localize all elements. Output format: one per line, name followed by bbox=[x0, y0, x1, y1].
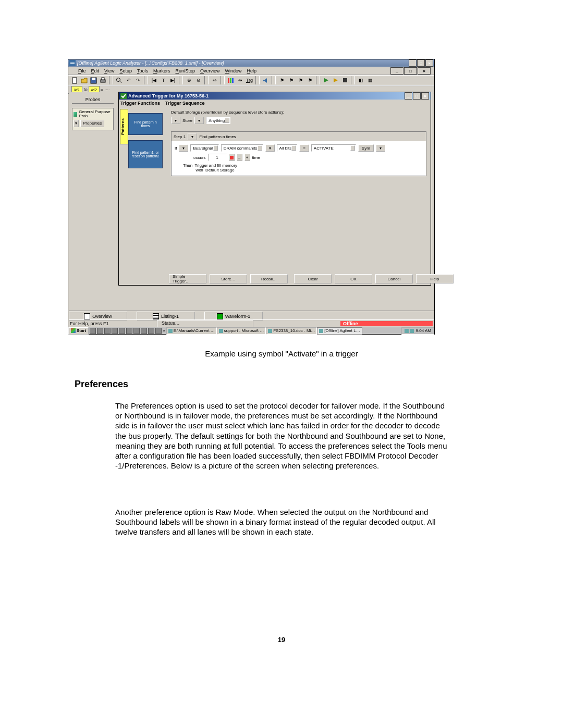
quick-launch-icon[interactable] bbox=[141, 328, 147, 334]
occurs-stop-button[interactable] bbox=[229, 154, 235, 161]
help-button[interactable]: Help bbox=[416, 274, 454, 283]
find-next-icon[interactable]: ↷ bbox=[133, 76, 142, 84]
default-storage-menu[interactable]: ▾ bbox=[171, 117, 180, 124]
task-button[interactable]: [Offline] Agilent L… bbox=[317, 327, 362, 335]
zoom-out-icon[interactable]: ⊖ bbox=[194, 76, 203, 84]
ok-button[interactable]: OK bbox=[335, 274, 372, 283]
zoom-in-icon[interactable]: ⊕ bbox=[185, 76, 193, 84]
dialog-minimize-button[interactable]: _ bbox=[405, 92, 412, 100]
find-prev-icon[interactable]: ↶ bbox=[124, 76, 133, 84]
find-icon[interactable] bbox=[115, 76, 124, 84]
recall-button[interactable]: Recall… bbox=[250, 274, 288, 283]
svg-rect-1 bbox=[70, 63, 75, 64]
run-icon[interactable] bbox=[322, 76, 331, 84]
start-button[interactable]: Start bbox=[68, 327, 89, 335]
first-icon[interactable]: |◀ bbox=[150, 76, 158, 84]
menu-setup[interactable]: Setup bbox=[117, 68, 134, 73]
status-button[interactable]: Status… bbox=[157, 320, 253, 327]
menu-view[interactable]: View bbox=[102, 68, 117, 73]
center-icon[interactable]: ⇹ bbox=[236, 76, 244, 84]
section-heading: Preferences bbox=[75, 379, 128, 390]
quick-launch-icon[interactable] bbox=[119, 328, 125, 334]
store-menu[interactable]: ▾ bbox=[194, 117, 204, 124]
menu-markers[interactable]: Markers bbox=[151, 68, 173, 73]
mdi-minimize-button[interactable]: _ bbox=[390, 67, 403, 75]
overlay-icon[interactable]: ◧ bbox=[357, 76, 365, 84]
new-icon[interactable] bbox=[70, 76, 79, 84]
func-find-reset[interactable]: Find pattern1, or reset on pattern2 bbox=[128, 140, 163, 168]
speaker-icon[interactable] bbox=[261, 76, 270, 84]
occurs-count[interactable]: 1 bbox=[208, 154, 227, 161]
menu-edit[interactable]: Edit bbox=[89, 68, 102, 73]
trigger-pos-icon[interactable]: Trg bbox=[245, 76, 254, 84]
module-box[interactable]: General Purpose Prob ▾ Properties bbox=[72, 108, 114, 130]
quick-launch-icon[interactable] bbox=[155, 328, 162, 334]
menu-runstop[interactable]: Run/Stop bbox=[173, 68, 198, 73]
cancel-button[interactable]: Cancel bbox=[375, 274, 413, 283]
last-icon[interactable]: ▶| bbox=[168, 76, 177, 84]
flag4-icon[interactable]: ⚑ bbox=[305, 76, 314, 84]
svg-rect-10 bbox=[230, 78, 231, 83]
occurs-up-button[interactable]: + bbox=[244, 154, 250, 161]
quick-launch-icon[interactable] bbox=[112, 328, 118, 334]
bus-signal-combo[interactable]: Bus/Signal bbox=[190, 144, 218, 152]
close-button[interactable]: × bbox=[425, 59, 433, 67]
clear-button[interactable]: Clear bbox=[294, 274, 332, 283]
all-bits-combo[interactable]: All bits bbox=[277, 144, 298, 152]
store-button[interactable]: Store… bbox=[210, 274, 247, 283]
patterns-tab[interactable]: Patterns bbox=[120, 109, 128, 144]
simple-trigger-button[interactable]: Simple Trigger… bbox=[169, 274, 206, 283]
tray-icon bbox=[405, 329, 409, 333]
store-combo[interactable]: Anything bbox=[206, 117, 230, 124]
step-menu[interactable]: ▾ bbox=[188, 133, 197, 140]
mdi-maximize-button[interactable]: □ bbox=[404, 67, 417, 75]
save-icon[interactable] bbox=[89, 76, 98, 84]
quick-launch-icon[interactable] bbox=[97, 328, 103, 334]
dram-commands-combo[interactable]: DRAM commands bbox=[221, 144, 263, 152]
menu-bar: File Edit View Setup Tools Markers Run/S… bbox=[68, 67, 434, 75]
menu-window[interactable]: Window bbox=[223, 68, 244, 73]
group-icon[interactable]: ▦ bbox=[366, 76, 375, 84]
run-rep-icon[interactable] bbox=[331, 76, 340, 84]
dialog-title-bar[interactable]: Advanced Trigger for My 16753-56-1 _ □ × bbox=[119, 92, 431, 100]
menu-overview[interactable]: Overview bbox=[198, 68, 223, 73]
print-icon[interactable] bbox=[99, 76, 107, 84]
go-to-trigger-icon[interactable] bbox=[226, 76, 235, 84]
quick-launch-icon[interactable] bbox=[126, 328, 132, 334]
taskbar-clock[interactable]: 9:04 AM bbox=[401, 327, 434, 335]
sym-menu[interactable]: ▾ bbox=[376, 144, 385, 152]
if-menu[interactable]: ▾ bbox=[179, 144, 188, 152]
quick-launch-icon[interactable] bbox=[148, 328, 154, 334]
pause-icon[interactable]: T bbox=[159, 76, 168, 84]
dram-menu[interactable]: ▾ bbox=[265, 144, 275, 152]
flag3-icon[interactable]: ⚑ bbox=[296, 76, 305, 84]
quick-launch-icon[interactable] bbox=[90, 328, 96, 334]
properties-button[interactable]: Properties bbox=[80, 120, 104, 127]
task-button[interactable]: E:\Manuals\Current … bbox=[166, 327, 217, 335]
menu-help[interactable]: Help bbox=[244, 68, 260, 73]
task-button[interactable]: FS2338_10.doc - Mi… bbox=[266, 327, 317, 335]
app-title: [Offline] Agilent Logic Analyzer - [...\… bbox=[77, 60, 409, 66]
stop-icon[interactable] bbox=[340, 76, 349, 84]
minimize-button[interactable]: _ bbox=[409, 59, 417, 67]
quick-launch-icon[interactable] bbox=[104, 328, 111, 334]
sym-button[interactable]: Sym bbox=[358, 144, 374, 152]
dialog-close-button[interactable]: × bbox=[421, 92, 429, 100]
equals-button[interactable]: = bbox=[299, 144, 309, 152]
maximize-button[interactable]: □ bbox=[417, 59, 425, 67]
scale-full-icon[interactable]: ⇔ bbox=[210, 76, 219, 84]
quick-launch-icon[interactable] bbox=[133, 328, 140, 334]
module-menu-button[interactable]: ▾ bbox=[74, 120, 79, 127]
open-icon[interactable] bbox=[80, 76, 89, 84]
func-find-pattern[interactable]: Find pattern n times bbox=[128, 113, 163, 135]
flag2-icon[interactable]: ⚑ bbox=[287, 76, 296, 84]
svg-rect-12 bbox=[343, 78, 347, 82]
menu-tools[interactable]: Tools bbox=[134, 68, 151, 73]
mdi-close-button[interactable]: × bbox=[418, 67, 431, 75]
occurs-down-button[interactable]: – bbox=[237, 154, 242, 161]
dialog-maximize-button[interactable]: □ bbox=[413, 92, 421, 100]
task-button[interactable]: support - Microsoft … bbox=[217, 327, 266, 335]
menu-file[interactable]: File bbox=[76, 68, 89, 73]
value-combo[interactable]: ACTIVATE bbox=[311, 144, 356, 152]
flag1-icon[interactable]: ⚑ bbox=[277, 76, 286, 84]
